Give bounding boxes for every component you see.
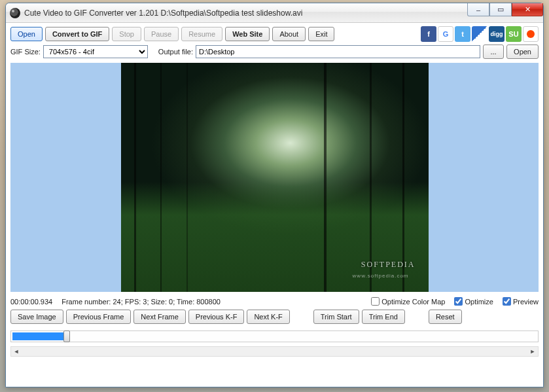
scroll-right-icon[interactable]: ► <box>527 347 538 356</box>
video-frame: SOFTPEDIA www.softpedia.com <box>121 63 429 292</box>
content-area: Open Convert to GIF Stop Pause Resume We… <box>6 23 543 387</box>
app-icon <box>10 8 20 18</box>
slider-thumb[interactable] <box>63 330 70 342</box>
close-button[interactable]: ✕ <box>512 3 543 16</box>
stop-button[interactable]: Stop <box>112 27 141 41</box>
convert-button[interactable]: Convert to GIF <box>45 27 109 41</box>
exit-button[interactable]: Exit <box>308 27 334 41</box>
preview-input[interactable] <box>503 297 511 306</box>
next-keyframe-button[interactable]: Next K-F <box>247 310 289 324</box>
reddit-icon[interactable] <box>523 26 539 42</box>
reset-button[interactable]: Reset <box>429 310 462 324</box>
pause-button[interactable]: Pause <box>144 27 179 41</box>
optimize-colormap-checkbox[interactable]: Optimize Color Map <box>371 297 445 306</box>
resume-button[interactable]: Resume <box>181 27 222 41</box>
frame-content <box>121 63 429 292</box>
optimize-checkbox[interactable]: Optimize <box>454 297 493 306</box>
twitter-icon[interactable]: t <box>455 26 470 42</box>
google-icon[interactable]: G <box>438 26 453 42</box>
frame-info: Frame number: 24; FPS: 3; Size: 0; Time:… <box>62 298 221 306</box>
minimize-button[interactable]: – <box>467 3 489 16</box>
watermark-sub: www.softpedia.com <box>353 273 409 279</box>
optimize-input[interactable] <box>454 297 463 306</box>
delicious-icon[interactable] <box>472 26 487 42</box>
next-frame-button[interactable]: Next Frame <box>133 310 185 324</box>
window-title: Cute Video to GIF Converter ver 1.201 D:… <box>24 9 302 18</box>
gif-size-select[interactable]: 704x576 - 4cif <box>43 45 148 58</box>
slider-fill <box>12 332 65 340</box>
previous-frame-button[interactable]: Previous Frame <box>66 310 132 324</box>
titlebar[interactable]: Cute Video to GIF Converter ver 1.201 D:… <box>6 3 543 23</box>
open-button[interactable]: Open <box>10 27 43 41</box>
save-image-button[interactable]: Save Image <box>10 310 63 324</box>
timecode: 00:00:00.934 <box>10 298 52 306</box>
output-open-button[interactable]: Open <box>506 45 539 59</box>
controls-row: Save Image Previous Frame Next Frame Pre… <box>10 310 539 324</box>
social-icons: f G t digg SU <box>421 26 539 42</box>
settings-row: GIF Size: 704x576 - 4cif Output file: ..… <box>10 45 539 59</box>
trim-start-button[interactable]: Trim Start <box>313 310 359 324</box>
output-file-input[interactable] <box>196 45 480 58</box>
app-window: Cute Video to GIF Converter ver 1.201 D:… <box>5 3 544 387</box>
previous-keyframe-button[interactable]: Previous K-F <box>188 310 245 324</box>
horizontal-scrollbar[interactable]: ◄ ► <box>10 346 539 357</box>
preview-checkbox[interactable]: Preview <box>503 297 539 306</box>
toolbar-row: Open Convert to GIF Stop Pause Resume We… <box>10 26 539 42</box>
preview-area: SOFTPEDIA www.softpedia.com <box>10 63 539 292</box>
maximize-button[interactable]: ▭ <box>489 3 512 16</box>
status-row: 00:00:00.934 Frame number: 24; FPS: 3; S… <box>10 297 539 306</box>
about-button[interactable]: About <box>272 27 306 41</box>
digg-icon[interactable]: digg <box>489 26 505 42</box>
website-button[interactable]: Web Site <box>225 27 270 41</box>
facebook-icon[interactable]: f <box>421 26 436 42</box>
scroll-left-icon[interactable]: ◄ <box>11 347 22 356</box>
optimize-colormap-input[interactable] <box>371 297 380 306</box>
browse-button[interactable]: ... <box>483 45 504 59</box>
seek-slider[interactable] <box>10 330 539 342</box>
stumbleupon-icon[interactable]: SU <box>506 26 522 42</box>
watermark-text: SOFTPEDIA <box>361 260 416 270</box>
gif-size-label: GIF Size: <box>10 48 41 56</box>
trim-end-button[interactable]: Trim End <box>362 310 405 324</box>
output-file-label: Output file: <box>158 48 193 56</box>
